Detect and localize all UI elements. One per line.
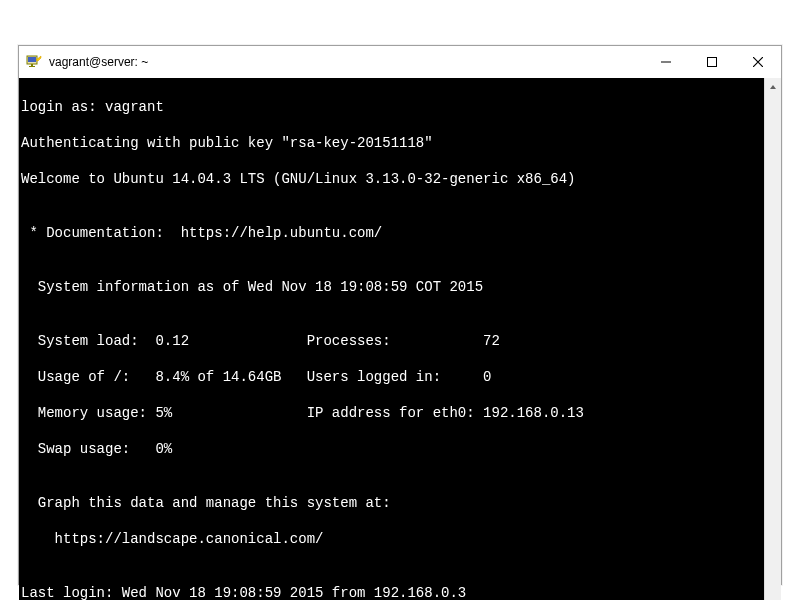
window-titlebar[interactable]: vagrant@server: ~ bbox=[19, 46, 781, 78]
window-title: vagrant@server: ~ bbox=[49, 55, 643, 69]
term-line: * Documentation: https://help.ubuntu.com… bbox=[21, 224, 764, 242]
term-line: Authenticating with public key "rsa-key-… bbox=[21, 134, 764, 152]
terminal-output[interactable]: login as: vagrant Authenticating with pu… bbox=[19, 78, 764, 600]
term-line: Usage of /: 8.4% of 14.64GB Users logged… bbox=[21, 368, 764, 386]
svg-rect-1 bbox=[28, 57, 36, 62]
svg-rect-2 bbox=[31, 64, 33, 66]
window-controls bbox=[643, 46, 781, 78]
term-line: System load: 0.12 Processes: 72 bbox=[21, 332, 764, 350]
svg-rect-4 bbox=[661, 62, 671, 63]
vertical-scrollbar[interactable] bbox=[764, 78, 781, 600]
term-line: https://landscape.canonical.com/ bbox=[21, 530, 764, 548]
term-line: Welcome to Ubuntu 14.04.3 LTS (GNU/Linux… bbox=[21, 170, 764, 188]
client-area: login as: vagrant Authenticating with pu… bbox=[19, 78, 781, 600]
putty-icon bbox=[25, 53, 43, 71]
term-line: login as: vagrant bbox=[21, 98, 764, 116]
term-line: System information as of Wed Nov 18 19:0… bbox=[21, 278, 764, 296]
scroll-up-arrow-icon[interactable] bbox=[765, 78, 781, 95]
svg-rect-5 bbox=[708, 58, 717, 67]
close-button[interactable] bbox=[735, 46, 781, 78]
putty-window: vagrant@server: ~ login as: vagrant Auth… bbox=[18, 45, 782, 585]
term-line: Memory usage: 5% IP address for eth0: 19… bbox=[21, 404, 764, 422]
term-line: Graph this data and manage this system a… bbox=[21, 494, 764, 512]
maximize-button[interactable] bbox=[689, 46, 735, 78]
minimize-button[interactable] bbox=[643, 46, 689, 78]
term-line: Last login: Wed Nov 18 19:08:59 2015 fro… bbox=[21, 584, 764, 600]
term-line: Swap usage: 0% bbox=[21, 440, 764, 458]
svg-rect-3 bbox=[29, 66, 35, 67]
